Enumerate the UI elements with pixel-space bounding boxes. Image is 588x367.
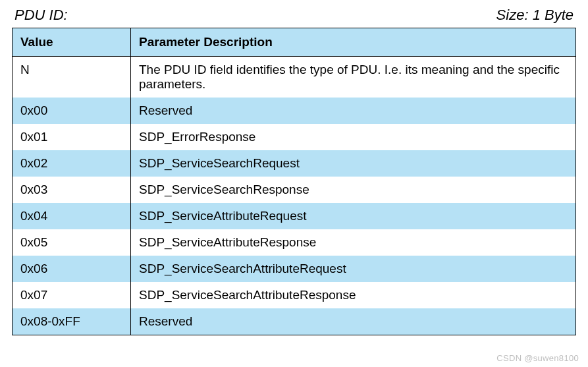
cell-value: N [13,57,131,98]
cell-value: 0x08-0xFF [13,308,131,335]
pdu-id-table: Value Parameter Description N The PDU ID… [12,28,576,335]
cell-desc: SDP_ErrorResponse [131,124,576,150]
cell-desc: Reserved [131,98,576,124]
cell-value: 0x04 [13,203,131,229]
cell-desc: SDP_ServiceSearchResponse [131,177,576,203]
watermark: CSDN @suwen8100 [496,353,579,363]
table-row: 0x07 SDP_ServiceSearchAttributeResponse [13,282,576,308]
table-caption: PDU ID: Size: 1 Byte [12,7,576,28]
table-row: 0x06 SDP_ServiceSearchAttributeRequest [13,256,576,282]
cell-value: 0x05 [13,229,131,256]
cell-desc: SDP_ServiceSearchAttributeResponse [131,282,576,308]
field-size: Size: 1 Byte [496,7,574,24]
cell-desc: SDP_ServiceSearchRequest [131,150,576,177]
table-row: 0x04 SDP_ServiceAttributeRequest [13,203,576,229]
field-name: PDU ID: [14,7,68,24]
cell-value: 0x02 [13,150,131,177]
cell-value: 0x07 [13,282,131,308]
table-row: N The PDU ID field identifies the type o… [13,57,576,98]
table-row: 0x01 SDP_ErrorResponse [13,124,576,150]
table-row: 0x00 Reserved [13,98,576,124]
cell-desc: SDP_ServiceSearchAttributeRequest [131,256,576,282]
cell-value: 0x01 [13,124,131,150]
col-header-value: Value [13,28,131,57]
cell-desc: Reserved [131,308,576,335]
cell-desc: The PDU ID field identifies the type of … [131,57,576,98]
cell-value: 0x06 [13,256,131,282]
table-row: 0x05 SDP_ServiceAttributeResponse [13,229,576,256]
cell-value: 0x00 [13,98,131,124]
table-header-row: Value Parameter Description [13,28,576,57]
table-row: 0x03 SDP_ServiceSearchResponse [13,177,576,203]
table-row: 0x02 SDP_ServiceSearchRequest [13,150,576,177]
cell-value: 0x03 [13,177,131,203]
cell-desc: SDP_ServiceAttributeRequest [131,203,576,229]
col-header-desc: Parameter Description [131,28,576,57]
cell-desc: SDP_ServiceAttributeResponse [131,229,576,256]
table-row: 0x08-0xFF Reserved [13,308,576,335]
